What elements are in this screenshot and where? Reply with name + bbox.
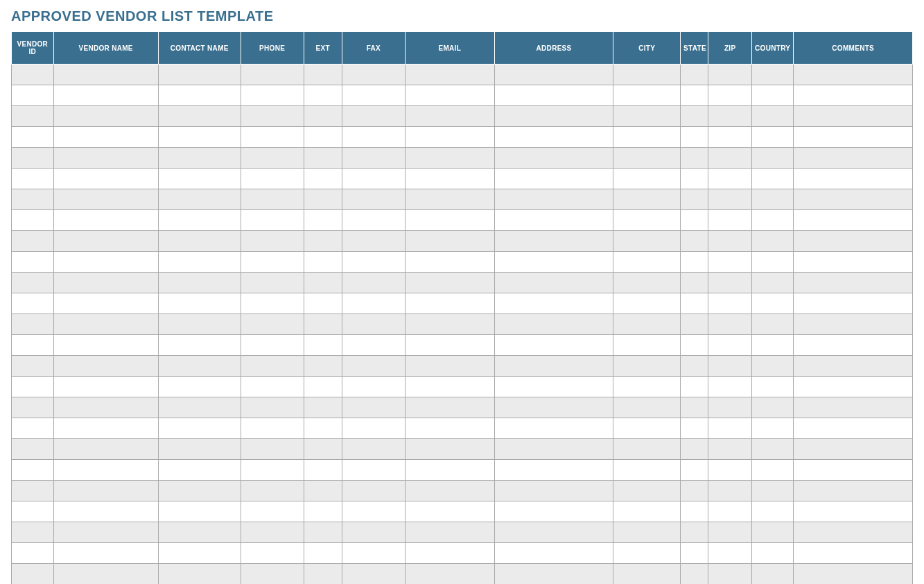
- cell-email[interactable]: [405, 564, 494, 585]
- cell-vendor_id[interactable]: [12, 273, 54, 293]
- cell-phone[interactable]: [241, 210, 304, 231]
- cell-state[interactable]: [681, 148, 708, 169]
- cell-address[interactable]: [494, 460, 613, 481]
- cell-address[interactable]: [494, 65, 613, 85]
- cell-address[interactable]: [494, 231, 613, 252]
- cell-comments[interactable]: [794, 106, 913, 127]
- cell-ext[interactable]: [304, 314, 342, 335]
- cell-ext[interactable]: [304, 169, 342, 189]
- cell-fax[interactable]: [342, 273, 406, 293]
- cell-contact_name[interactable]: [158, 564, 241, 585]
- cell-vendor_name[interactable]: [53, 273, 158, 293]
- cell-city[interactable]: [613, 293, 681, 314]
- cell-vendor_id[interactable]: [12, 252, 54, 273]
- cell-email[interactable]: [405, 314, 494, 335]
- cell-vendor_id[interactable]: [12, 356, 54, 377]
- cell-state[interactable]: [681, 273, 708, 293]
- cell-vendor_id[interactable]: [12, 564, 54, 585]
- cell-fax[interactable]: [342, 377, 406, 397]
- cell-country[interactable]: [751, 231, 794, 252]
- cell-fax[interactable]: [342, 127, 406, 148]
- cell-state[interactable]: [681, 314, 708, 335]
- cell-fax[interactable]: [342, 397, 406, 418]
- cell-zip[interactable]: [708, 335, 752, 356]
- cell-address[interactable]: [494, 148, 613, 169]
- cell-ext[interactable]: [304, 189, 342, 210]
- cell-email[interactable]: [405, 231, 494, 252]
- cell-address[interactable]: [494, 418, 613, 439]
- cell-vendor_id[interactable]: [12, 335, 54, 356]
- cell-vendor_id[interactable]: [12, 106, 54, 127]
- cell-vendor_name[interactable]: [53, 148, 158, 169]
- cell-email[interactable]: [405, 439, 494, 460]
- cell-vendor_id[interactable]: [12, 85, 54, 106]
- cell-zip[interactable]: [708, 293, 752, 314]
- cell-vendor_name[interactable]: [53, 189, 158, 210]
- cell-email[interactable]: [405, 169, 494, 189]
- cell-email[interactable]: [405, 522, 494, 543]
- cell-zip[interactable]: [708, 273, 752, 293]
- cell-city[interactable]: [613, 273, 681, 293]
- cell-country[interactable]: [751, 148, 794, 169]
- cell-phone[interactable]: [241, 439, 304, 460]
- cell-email[interactable]: [405, 65, 494, 85]
- cell-fax[interactable]: [342, 439, 406, 460]
- cell-phone[interactable]: [241, 65, 304, 85]
- cell-contact_name[interactable]: [158, 127, 241, 148]
- cell-country[interactable]: [751, 252, 794, 273]
- cell-phone[interactable]: [241, 273, 304, 293]
- cell-zip[interactable]: [708, 418, 752, 439]
- cell-contact_name[interactable]: [158, 148, 241, 169]
- cell-state[interactable]: [681, 335, 708, 356]
- cell-state[interactable]: [681, 210, 708, 231]
- cell-contact_name[interactable]: [158, 481, 241, 501]
- cell-email[interactable]: [405, 293, 494, 314]
- cell-country[interactable]: [751, 106, 794, 127]
- cell-vendor_id[interactable]: [12, 543, 54, 564]
- cell-address[interactable]: [494, 314, 613, 335]
- cell-city[interactable]: [613, 189, 681, 210]
- cell-vendor_id[interactable]: [12, 481, 54, 501]
- cell-vendor_name[interactable]: [53, 65, 158, 85]
- cell-fax[interactable]: [342, 335, 406, 356]
- cell-email[interactable]: [405, 252, 494, 273]
- cell-city[interactable]: [613, 106, 681, 127]
- cell-ext[interactable]: [304, 106, 342, 127]
- cell-city[interactable]: [613, 397, 681, 418]
- cell-city[interactable]: [613, 65, 681, 85]
- cell-contact_name[interactable]: [158, 418, 241, 439]
- cell-vendor_name[interactable]: [53, 501, 158, 522]
- cell-email[interactable]: [405, 273, 494, 293]
- cell-vendor_name[interactable]: [53, 522, 158, 543]
- cell-country[interactable]: [751, 501, 794, 522]
- cell-state[interactable]: [681, 501, 708, 522]
- cell-city[interactable]: [613, 231, 681, 252]
- cell-vendor_name[interactable]: [53, 543, 158, 564]
- cell-vendor_id[interactable]: [12, 65, 54, 85]
- cell-country[interactable]: [751, 65, 794, 85]
- cell-ext[interactable]: [304, 65, 342, 85]
- cell-city[interactable]: [613, 85, 681, 106]
- cell-zip[interactable]: [708, 564, 752, 585]
- cell-ext[interactable]: [304, 85, 342, 106]
- cell-country[interactable]: [751, 189, 794, 210]
- cell-country[interactable]: [751, 335, 794, 356]
- cell-address[interactable]: [494, 481, 613, 501]
- cell-email[interactable]: [405, 335, 494, 356]
- cell-ext[interactable]: [304, 252, 342, 273]
- cell-address[interactable]: [494, 189, 613, 210]
- cell-vendor_id[interactable]: [12, 439, 54, 460]
- cell-contact_name[interactable]: [158, 501, 241, 522]
- cell-country[interactable]: [751, 481, 794, 501]
- cell-city[interactable]: [613, 169, 681, 189]
- cell-state[interactable]: [681, 189, 708, 210]
- cell-country[interactable]: [751, 293, 794, 314]
- cell-city[interactable]: [613, 564, 681, 585]
- cell-state[interactable]: [681, 564, 708, 585]
- cell-vendor_id[interactable]: [12, 210, 54, 231]
- cell-vendor_id[interactable]: [12, 148, 54, 169]
- cell-zip[interactable]: [708, 356, 752, 377]
- cell-contact_name[interactable]: [158, 65, 241, 85]
- cell-contact_name[interactable]: [158, 169, 241, 189]
- cell-vendor_name[interactable]: [53, 377, 158, 397]
